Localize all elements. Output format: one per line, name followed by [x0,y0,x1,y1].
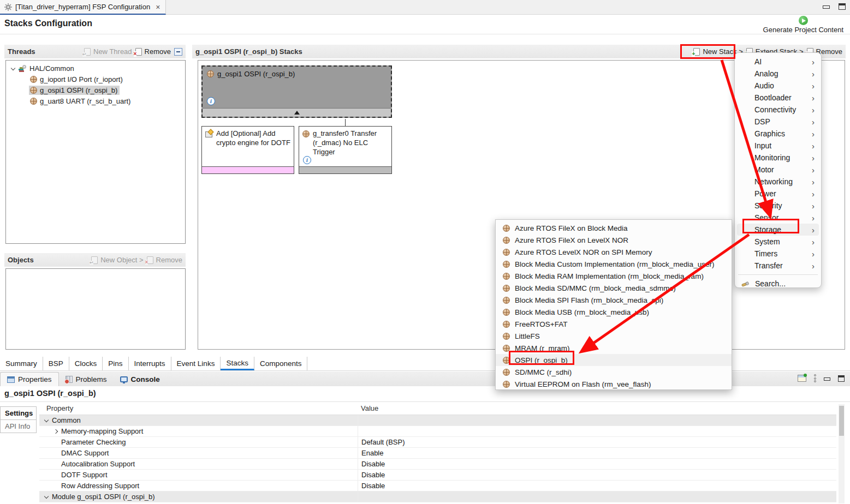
menu-item[interactable]: Input › [737,140,819,152]
configuration-tab[interactable]: Clocks [69,357,103,370]
property-value[interactable] [358,426,836,436]
module-icon [503,309,510,316]
property-value[interactable]: Enable [358,448,836,458]
submenu-item[interactable]: MRAM (r_mram) [496,342,732,354]
property-value[interactable] [358,491,836,502]
property-value[interactable]: Disable [358,459,836,469]
submenu-item[interactable]: Block Media SD/MMC (rm_block_media_sdmmc… [496,282,732,294]
chevron-down-icon[interactable] [44,494,49,498]
submenu-item[interactable]: SD/MMC (r_sdhi) [496,366,732,378]
submenu-item[interactable]: Block Media SPI Flash (rm_block_media_sp… [496,294,732,306]
submenu-item[interactable]: Azure RTOS FileX on LevelX NOR [496,234,732,246]
editor-tabstrip: [Titan_driver_hyperram] FSP Configuratio… [0,0,850,15]
minimize-view-icon[interactable] [824,377,830,381]
table-row[interactable]: Module g_ospi1 OSPI (r_ospi_b) [39,491,836,502]
table-row[interactable]: Parameter Checking Default (BSP) [39,437,836,448]
submenu-item[interactable]: Azure RTOS LevelX NOR on SPI Memory [496,246,732,258]
menu-item[interactable]: Sensor › [737,212,819,224]
submenu-item[interactable]: FreeRTOS+FAT [496,318,732,330]
editor-tab-fsp-configuration[interactable]: [Titan_driver_hyperram] FSP Configuratio… [0,0,166,15]
property-value[interactable]: Disable [358,481,836,491]
stack-expand-strip[interactable] [203,108,391,117]
menu-item[interactable]: Audio › [737,80,819,92]
minimize-icon[interactable] [823,5,830,9]
configuration-tab[interactable]: Event Links [171,357,221,370]
menu-item[interactable]: Timers › [737,248,819,260]
scrollbar-thumb[interactable] [839,406,844,436]
info-icon[interactable]: i [303,156,311,164]
chevron-down-icon[interactable] [44,417,49,422]
thread-tree-item[interactable]: g_ioport I/O Port (r_ioport) [6,74,185,85]
tab-properties[interactable]: Properties [0,372,59,386]
menu-item[interactable]: Storage › [737,224,819,236]
menu-item[interactable]: AI › [737,56,819,68]
menu-item[interactable]: Connectivity › [737,104,819,116]
chevron-right-icon[interactable] [54,429,58,433]
menu-item[interactable]: Monitoring › [737,152,819,164]
remove-object-button[interactable]: Remove [147,256,182,264]
tab-console[interactable]: Console [114,372,167,386]
remove-thread-button[interactable]: Remove [135,47,171,56]
menu-item-search[interactable]: Search... [737,278,819,290]
thread-tree-item[interactable]: HAL/Common [6,63,185,74]
maximize-view-icon[interactable] [838,375,845,382]
thread-tree-item[interactable]: g_ospi1 OSPI (r_ospi_b) [6,85,185,95]
submenu-item[interactable]: LittleFS [496,330,732,342]
submenu-item[interactable]: Block Media RAM Implementation (rm_block… [496,270,732,282]
submenu-item[interactable]: Block Media USB (rm_block_media_usb) [496,306,732,318]
chevron-down-icon[interactable] [9,67,17,70]
table-row[interactable]: Common [39,415,836,426]
submenu-arrow-icon: › [812,262,815,270]
menu-item[interactable]: DSP › [737,116,819,128]
property-value[interactable]: Default (BSP) [358,437,836,447]
generate-project-content-button[interactable]: Generate Project Content [763,16,843,34]
menu-item[interactable]: Bootloader › [737,92,819,104]
new-thread-button[interactable]: New Thread [84,47,132,56]
menu-item[interactable]: Security › [737,200,819,212]
table-row[interactable]: Memory-mapping Support [39,426,836,437]
tab-problems[interactable]: Problems [59,372,114,386]
stack-box-g-transfer0[interactable]: g_transfer0 Transfer (r_dmac) No ELC Tri… [299,126,392,174]
thread-label: g_ioport I/O Port (r_ioport) [40,75,123,83]
menu-item[interactable]: Analog › [737,68,819,80]
table-row[interactable]: Autocalibration Support Disable [39,459,836,470]
configuration-tab[interactable]: Summary [0,357,43,370]
maximize-icon[interactable] [839,3,846,10]
submenu-item[interactable]: Block Media Custom Implementation (rm_bl… [496,258,732,270]
configuration-tab[interactable]: Pins [103,357,128,370]
view-menu-icon[interactable] [814,374,816,382]
menu-item[interactable]: Power › [737,188,819,200]
submenu-item[interactable]: Virtual EEPROM on Flash (rm_vee_flash) [496,378,732,390]
submenu-item[interactable]: OSPI (r_ospi_b) [496,354,732,366]
stack-box-g-ospi1[interactable]: g_ospi1 OSPI (r_ospi_b) i [201,65,392,118]
vertical-scrollbar[interactable] [839,404,845,503]
triangle-up-icon [294,111,300,115]
table-row[interactable]: Row Addressing Support Disable [39,481,836,491]
configuration-tab[interactable]: Components [254,357,308,370]
menu-item[interactable]: Transfer › [737,260,819,272]
collapse-all-icon[interactable] [174,48,182,56]
submenu-item[interactable]: Azure RTOS FileX on Block Media [496,222,732,234]
configuration-tab[interactable]: BSP [43,357,69,370]
pin-view-icon[interactable] [798,375,806,382]
property-value[interactable] [358,415,836,425]
configuration-tab[interactable]: Stacks [221,357,254,370]
submenu-arrow-icon: › [812,178,815,186]
table-row[interactable]: DMAC Support Enable [39,448,836,459]
stack-box-add-crypto[interactable]: Add [Optional] Add crypto engine for DOT… [201,126,294,174]
module-icon [30,98,37,105]
info-icon[interactable]: i [207,97,215,105]
menu-item[interactable]: Graphics › [737,128,819,140]
configuration-tab[interactable]: Interrupts [129,357,171,370]
menu-item[interactable]: System › [737,236,819,248]
menu-item[interactable]: Networking › [737,176,819,188]
menu-item[interactable]: Motor › [737,164,819,176]
property-value[interactable]: Disable [358,470,836,480]
close-icon[interactable]: × [156,3,160,11]
table-row[interactable]: DOTF Support Disable [39,470,836,481]
add-module-icon [205,130,213,137]
side-tab[interactable]: API Info [0,419,37,433]
thread-tree-item[interactable]: g_uart8 UART (r_sci_b_uart) [6,95,185,106]
new-object-button[interactable]: New Object > [91,256,143,264]
side-tab[interactable]: Settings [0,406,37,420]
